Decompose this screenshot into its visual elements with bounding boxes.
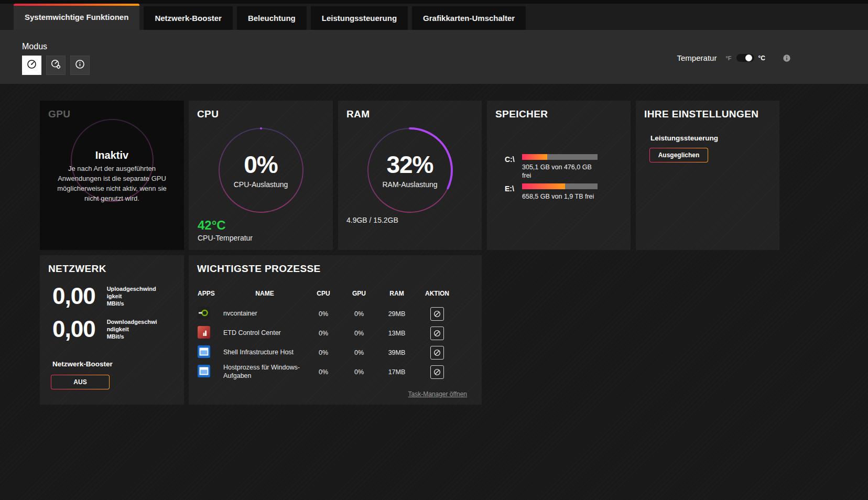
- upload-speed-row: 0,00 Uploadgeschwindigkeit MBit/s: [52, 281, 157, 311]
- gauge-gear-icon: [50, 59, 61, 72]
- drive-c-usage-bar: [522, 154, 598, 160]
- mode-section-label: Modus: [22, 42, 47, 51]
- ram-detail: 4.9GB / 15.2GB: [346, 216, 398, 224]
- drive-c-label: C:\: [505, 155, 515, 164]
- drive-e-label: E:\: [505, 184, 514, 193]
- drive-e-usage-bar: [522, 183, 598, 189]
- cpu-usage-ring: 0% CPU-Auslastung: [216, 126, 306, 215]
- ram-card: RAM 32% RAM-Auslastung 4.9GB / 15.2GB: [338, 101, 482, 250]
- process-row-windows-host-process: Hostprozess für Windows-Aufgaben 0% 0% 1…: [198, 362, 474, 382]
- performance-mode-button[interactable]: Ausgeglichen: [649, 148, 708, 162]
- ram-usage-ring: 32% RAM-Auslastung: [365, 126, 454, 215]
- open-task-manager-link[interactable]: Task-Manager öffnen: [408, 390, 467, 398]
- drive-row-c: C:\ 305,1 GB von 476,0 GB frei: [505, 154, 620, 180]
- download-speed-value: 0,00: [52, 318, 95, 341]
- celsius-label: °C: [758, 55, 765, 62]
- info-mode-button[interactable]: [70, 56, 90, 75]
- download-speed-row: 0,00 Downloadgeschwindigkeit MBit/s: [52, 314, 157, 344]
- network-booster-label: Netzwerk-Booster: [52, 360, 113, 368]
- drive-row-e: E:\ 658,5 GB von 1,9 TB frei: [505, 183, 620, 201]
- drive-c-free-space: 305,1 GB von 476,0 GB frei: [522, 163, 602, 180]
- cpu-card: CPU 0% CPU-Auslastung 42°C CPU-Temperatu…: [189, 101, 333, 250]
- toggle-knob: [745, 55, 752, 61]
- fahrenheit-label: °F: [725, 55, 731, 61]
- temperature-info-icon[interactable]: [783, 54, 791, 62]
- info-icon: [74, 59, 85, 72]
- end-process-button[interactable]: [430, 365, 444, 379]
- omen-gaming-hub-window: Systemwichtige Funktionen Netzwerk-Boost…: [0, 0, 868, 500]
- tab-performance-control[interactable]: Leistungssteuerung: [311, 6, 408, 30]
- cpu-card-title: CPU: [197, 108, 219, 120]
- tab-system-vitals[interactable]: Systemwichtige Funktionen: [14, 4, 139, 30]
- settings-card-title: IHRE EINSTELLUNGEN: [644, 108, 758, 120]
- processes-table-header: APPS NAME CPU GPU RAM AKTION: [198, 290, 474, 304]
- subheader: Modus: [0, 30, 868, 84]
- network-card: NETZWERK 0,00 Uploadgeschwindigkeit MBit…: [40, 255, 184, 405]
- tab-lighting[interactable]: Beleuchtung: [237, 6, 307, 30]
- gpu-card: GPU Inaktiv Je nach Art der ausgeführten…: [40, 101, 184, 250]
- temperature-unit-toggle[interactable]: [736, 54, 754, 62]
- gauge-icon: [26, 59, 37, 72]
- storage-card: SPEICHER C:\ 305,1 GB von 476,0 GB frei …: [487, 101, 631, 250]
- gpu-card-title: GPU: [48, 108, 70, 120]
- gauge-settings-mode-button[interactable]: [46, 56, 66, 75]
- temperature-controls: Temperatur °F °C: [677, 53, 791, 62]
- gpu-description: Je nach Art der ausgeführten Anwendungen…: [55, 164, 170, 203]
- your-settings-card: IHRE EINSTELLUNGEN Leistungssteuerung Au…: [636, 101, 779, 250]
- top-processes-card: WICHTIGSTE PROZESSE APPS NAME CPU GPU RA…: [189, 255, 482, 405]
- cpu-temperature-label: CPU-Temperatur: [198, 234, 253, 242]
- nvidia-icon: [198, 307, 210, 321]
- tab-network-booster[interactable]: Netzwerk-Booster: [144, 6, 233, 30]
- processes-table: APPS NAME CPU GPU RAM AKTION: [198, 290, 474, 382]
- gauge-mode-button[interactable]: [22, 56, 41, 75]
- upload-speed-label: Uploadgeschwindigkeit MBit/s: [107, 285, 157, 308]
- ram-usage-label: RAM-Auslastung: [382, 180, 437, 189]
- performance-control-label: Leistungssteuerung: [650, 134, 718, 142]
- network-card-title: NETZWERK: [48, 263, 106, 275]
- end-process-button[interactable]: [430, 346, 444, 360]
- windows-icon: [198, 365, 210, 379]
- cpu-usage-label: CPU-Auslastung: [234, 180, 288, 189]
- gpu-status: Inaktiv: [40, 149, 184, 161]
- process-row-nvcontainer: nvcontainer 0% 0% 29MB: [198, 304, 474, 323]
- cpu-usage-value: 0%: [244, 153, 277, 177]
- storage-card-title: SPEICHER: [495, 108, 548, 120]
- main-tabbar: Systemwichtige Funktionen Netzwerk-Boost…: [0, 0, 868, 30]
- process-row-shell-infrastructure-host: Shell Infrastructure Host 0% 0% 39MB: [198, 343, 474, 362]
- ram-card-title: RAM: [346, 108, 370, 120]
- drive-e-free-space: 658,5 GB von 1,9 TB frei: [522, 192, 602, 201]
- end-process-button[interactable]: [430, 327, 444, 340]
- network-booster-toggle-button[interactable]: AUS: [51, 375, 110, 389]
- download-speed-label: Downloadgeschwindigkeit MBit/s: [107, 318, 157, 341]
- end-process-button[interactable]: [430, 307, 444, 321]
- ram-usage-value: 32%: [386, 153, 433, 177]
- temperature-label: Temperatur: [677, 53, 717, 62]
- cpu-temperature-value: 42°C: [198, 218, 226, 233]
- tab-graphics-switcher[interactable]: Grafikkarten-Umschalter: [412, 6, 526, 30]
- etd-icon: [198, 326, 210, 340]
- windows-icon: [198, 345, 210, 360]
- upload-speed-value: 0,00: [52, 285, 95, 308]
- processes-card-title: WICHTIGSTE PROZESSE: [197, 263, 321, 275]
- process-row-etd-control-center: ETD Control Center 0% 0% 13MB: [198, 323, 474, 343]
- mode-buttons: [22, 56, 90, 75]
